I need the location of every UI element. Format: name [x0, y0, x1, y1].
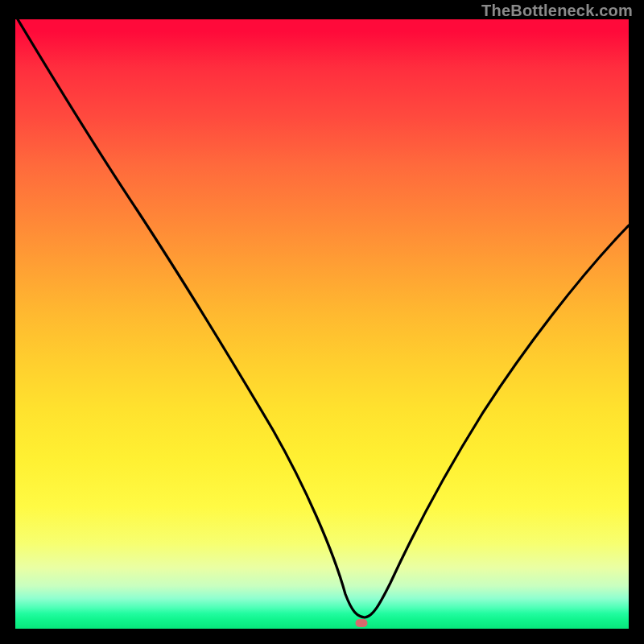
plot-area	[15, 19, 629, 629]
critical-point-marker	[356, 619, 368, 627]
chart-root: TheBottleneck.com	[0, 0, 644, 644]
watermark-label: TheBottleneck.com	[481, 2, 633, 20]
bottleneck-curve	[15, 19, 629, 629]
curve-path	[18, 19, 629, 617]
